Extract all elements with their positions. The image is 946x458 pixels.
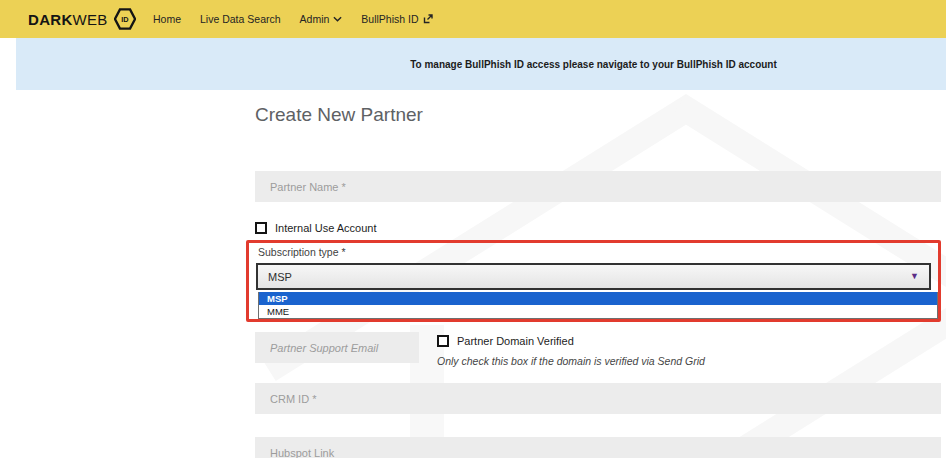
subscription-option-mme[interactable]: MME xyxy=(259,305,937,318)
subscription-selected-value: MSP xyxy=(268,271,292,283)
external-link-icon xyxy=(423,14,433,24)
internal-use-row: Internal Use Account xyxy=(255,222,377,234)
chevron-down-icon xyxy=(333,16,342,22)
subscription-options-list: MSP MME xyxy=(258,292,938,319)
hubspot-link-input[interactable] xyxy=(255,437,941,458)
page-title: Create New Partner xyxy=(255,104,423,126)
internal-use-checkbox[interactable] xyxy=(255,222,267,234)
nav-bullphish-label: BullPhish ID xyxy=(361,13,418,25)
app-window: DARKWEB ID Home Live Data Search Admin B… xyxy=(0,0,946,458)
partner-domain-verified-label: Partner Domain Verified xyxy=(457,335,574,347)
partner-domain-verified-checkbox[interactable] xyxy=(437,335,449,347)
nav-admin[interactable]: Admin xyxy=(300,13,343,25)
nav-live-data-search[interactable]: Live Data Search xyxy=(200,13,281,25)
info-banner-text: To manage BullPhish ID access please nav… xyxy=(410,59,777,70)
info-banner: To manage BullPhish ID access please nav… xyxy=(16,38,946,90)
nav-home[interactable]: Home xyxy=(153,13,181,25)
brand-word-regular: WEB xyxy=(73,11,108,28)
top-navbar: DARKWEB ID Home Live Data Search Admin B… xyxy=(0,0,946,38)
nav-admin-label: Admin xyxy=(300,13,330,25)
brand-word-bold: DARK xyxy=(28,11,73,28)
nav-bullphish-id[interactable]: BullPhish ID xyxy=(361,13,432,25)
internal-use-label: Internal Use Account xyxy=(275,222,377,234)
domain-verified-hint: Only check this box if the domain is ver… xyxy=(437,355,705,367)
subscription-section-annotation: Subscription type * MSP ▼ MSP MME xyxy=(246,240,941,322)
partner-name-input[interactable] xyxy=(255,171,941,202)
brand-logo[interactable]: DARKWEB ID xyxy=(28,0,136,38)
main-navigation: Home Live Data Search Admin BullPhish ID xyxy=(153,0,433,38)
subscription-type-label: Subscription type * xyxy=(258,246,346,258)
crm-id-input[interactable] xyxy=(255,383,941,414)
partner-domain-verified-row: Partner Domain Verified xyxy=(437,335,574,347)
subscription-type-select[interactable]: MSP ▼ xyxy=(256,263,931,290)
triangle-down-icon: ▼ xyxy=(910,272,919,281)
partner-support-email-input[interactable] xyxy=(255,332,419,363)
subscription-option-msp[interactable]: MSP xyxy=(259,292,937,305)
svg-text:ID: ID xyxy=(121,15,128,24)
hexagon-id-icon: ID xyxy=(114,7,136,31)
